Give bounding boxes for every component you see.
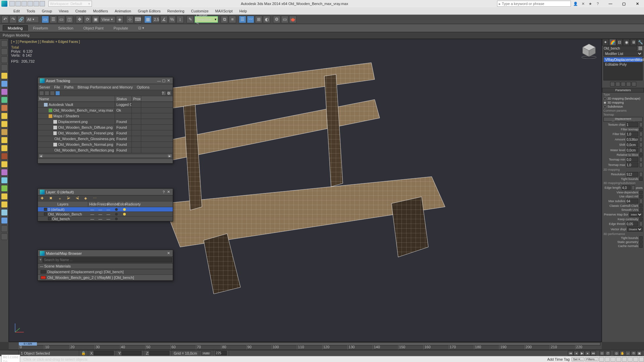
qat-new-icon[interactable] <box>9 1 15 6</box>
nav-zoom-icon[interactable] <box>599 357 604 362</box>
at-refresh-icon[interactable] <box>39 91 44 96</box>
panel-close-icon[interactable]: ✕ <box>166 190 171 194</box>
ribbon-options-icon[interactable]: ⊡ ▾ <box>133 25 149 31</box>
type-3d-radio[interactable] <box>603 101 606 104</box>
type-2d-radio[interactable] <box>603 97 606 100</box>
object-name-field[interactable] <box>603 46 637 51</box>
smooth-uvs-check[interactable] <box>639 208 643 212</box>
left-tool-15[interactable] <box>1 161 8 168</box>
goto-end-icon[interactable]: ⏭ <box>591 351 596 356</box>
autokey-button[interactable]: Auto <box>201 351 211 355</box>
spinner-icon[interactable] <box>639 157 643 162</box>
spinner-icon[interactable] <box>639 172 643 177</box>
left-tool-24[interactable] <box>1 233 8 240</box>
texture-chan-field[interactable] <box>626 122 638 127</box>
layer-render-toggle[interactable]: — <box>104 207 112 212</box>
nav-zoom-all-icon[interactable] <box>605 357 610 362</box>
spinner-icon[interactable] <box>639 132 643 136</box>
layer-new-icon[interactable]: ✚ <box>41 196 45 201</box>
nav-pan-icon[interactable] <box>622 357 627 362</box>
show-end-result-icon[interactable] <box>615 82 620 86</box>
qat-redo-icon[interactable] <box>34 1 39 6</box>
at-list-icon[interactable] <box>50 91 55 96</box>
create-tab-icon[interactable]: ✦ <box>602 39 609 46</box>
layer-manager-icon[interactable]: ☰ <box>239 16 246 23</box>
asset-row[interactable]: Old_Wooden_Bench_Normal.pngFound <box>38 142 173 147</box>
add-time-tag[interactable]: Add Time Tag <box>545 357 572 361</box>
nav-orbit-icon[interactable] <box>633 357 638 362</box>
ribbon-tab-object-paint[interactable]: Object Paint <box>79 25 108 31</box>
menu-views[interactable]: Views <box>55 9 72 13</box>
isolate-icon[interactable]: ◎ <box>614 351 619 356</box>
workspace-dropdown[interactable]: Workspace: Default▾ <box>48 1 92 7</box>
left-tool-0[interactable] <box>1 40 8 47</box>
at-highlight-icon[interactable] <box>55 91 60 96</box>
left-tool-9[interactable] <box>1 113 8 119</box>
render-prod-icon[interactable]: 🫖 <box>289 16 297 23</box>
spinner-icon[interactable] <box>632 185 635 190</box>
material-editor-icon[interactable]: ◐ <box>263 16 270 23</box>
layer-freeze-toggle[interactable]: — <box>96 207 104 212</box>
nav-region-icon[interactable] <box>616 357 621 362</box>
make-unique-icon[interactable] <box>621 82 626 86</box>
spinner-icon[interactable] <box>639 222 643 226</box>
menu-tools[interactable]: Tools <box>23 9 39 13</box>
asset-row[interactable]: Old_Wooden_Bench_max_vray.maxOk <box>38 108 173 113</box>
at-menu-bitmap[interactable]: Bitmap Performance and Memory <box>77 85 132 89</box>
layer-col-radiosity[interactable]: Radiosity <box>124 201 138 207</box>
asset-row[interactable]: Old_Wooden_Bench_Diffuse.pngFound <box>38 125 173 130</box>
spinner-icon[interactable] <box>639 199 643 203</box>
edge-thresh-field[interactable] <box>626 222 638 226</box>
shift-field[interactable] <box>626 142 638 147</box>
prev-frame-icon[interactable]: ◂ <box>574 351 579 356</box>
left-tool-18[interactable] <box>1 185 8 192</box>
align-icon[interactable]: ≡ <box>229 16 236 23</box>
at-settings-icon[interactable]: ⚙ <box>167 91 171 96</box>
qat-more-icon[interactable] <box>40 1 45 6</box>
edit-named-sel-icon[interactable]: ✎ <box>186 16 194 23</box>
menu-edit[interactable]: Edit <box>10 9 23 13</box>
object-color-swatch[interactable] <box>638 46 643 51</box>
max-viewport-icon[interactable]: ▣ <box>637 351 642 356</box>
frame-field[interactable] <box>215 351 227 355</box>
qat-undo-icon[interactable] <box>28 1 33 6</box>
angle-snap-icon[interactable]: ∡ <box>160 16 168 23</box>
rotate-icon[interactable]: ⟳ <box>84 16 91 23</box>
resolution-field[interactable] <box>626 172 638 177</box>
at-help-icon[interactable]: ? <box>161 91 166 96</box>
left-tool-2[interactable] <box>1 56 8 63</box>
layer-color-swatch[interactable] <box>112 212 120 216</box>
layer-props-icon[interactable]: ⋯ <box>93 196 98 201</box>
menu-animation[interactable]: Animation <box>111 9 135 13</box>
nav-walk-icon[interactable] <box>628 357 633 362</box>
layer-hide-toggle[interactable]: — <box>88 212 96 216</box>
at-menu-file[interactable]: File <box>54 85 60 89</box>
help-icon[interactable]: ? <box>595 1 600 6</box>
modifier-stack[interactable]: VRayDisplacementMod Editable Poly <box>603 57 643 80</box>
display-tab-icon[interactable]: 🖥 <box>630 39 637 46</box>
col-name[interactable]: Name <box>38 96 115 102</box>
left-tool-13[interactable] <box>1 145 8 152</box>
material-item[interactable]: Displacement (Displacement.png) [Old_ben… <box>38 269 173 275</box>
spinner-snap-icon[interactable]: ↕ <box>176 16 184 23</box>
goto-start-icon[interactable]: ⏮ <box>568 351 573 356</box>
layer-hide-toggle[interactable]: — <box>88 207 96 212</box>
mirror-icon[interactable]: ⧉ <box>221 16 228 23</box>
set-key-button[interactable]: Set K... <box>572 357 584 361</box>
at-menu-paths[interactable]: Paths <box>64 85 73 89</box>
panel-close-icon[interactable]: ✕ <box>166 251 171 255</box>
texmap-min-field[interactable] <box>626 157 638 162</box>
minimize-button[interactable]: — <box>604 0 617 7</box>
layer-render-toggle[interactable]: — <box>104 217 112 221</box>
x-field[interactable] <box>94 351 114 355</box>
layer-render-toggle[interactable]: — <box>104 212 112 216</box>
layer-col-freeze[interactable]: Freeze <box>96 201 106 207</box>
dropdown-icon[interactable]: ▾ <box>39 257 43 262</box>
water-level-field[interactable] <box>626 148 638 153</box>
layer-row[interactable]: 0 (default)——— <box>38 207 173 212</box>
help-search-input[interactable] <box>502 2 569 6</box>
qat-open-icon[interactable] <box>15 1 21 6</box>
exchange-icon[interactable]: ✕ <box>580 1 586 6</box>
ref-coord-dropdown[interactable]: View▾ <box>100 16 115 23</box>
at-tree-icon[interactable] <box>45 91 49 96</box>
